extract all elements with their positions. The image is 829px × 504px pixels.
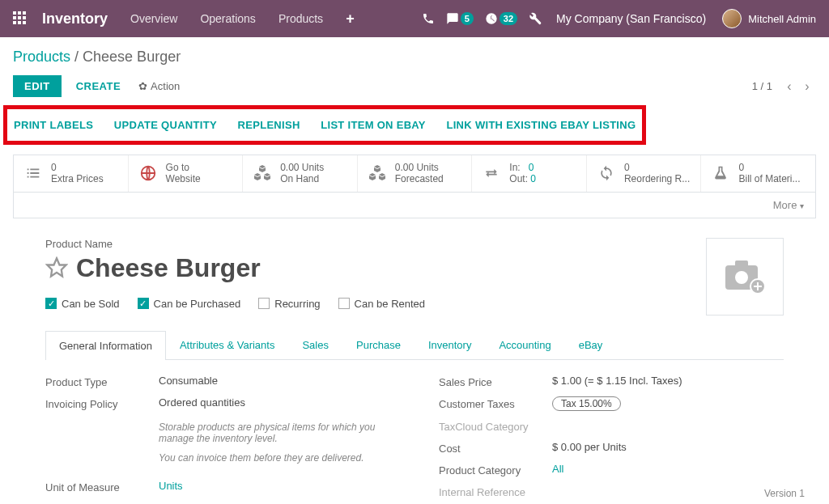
tab-purchase[interactable]: Purchase — [342, 330, 414, 359]
refresh-icon — [595, 162, 618, 184]
stat-inout[interactable]: In: 0 Out: 0 — [472, 155, 587, 192]
user-menu[interactable]: Mitchell Admin — [722, 9, 816, 28]
phone-icon[interactable] — [422, 12, 435, 25]
uom-value[interactable]: Units — [159, 480, 183, 492]
can-be-rented-checkbox[interactable]: Can be Rented — [338, 298, 425, 310]
svg-marker-1 — [47, 259, 66, 277]
tab-general[interactable]: General Information — [45, 331, 166, 360]
form-sheet: Product Name Cheese Burger Can be Sold C… — [13, 218, 816, 504]
sales-price-label: Sales Price — [439, 375, 552, 388]
sales-price-value: $ 1.00 (= $ 1.15 Incl. Taxes) — [552, 375, 784, 387]
action-dropdown[interactable]: ✿ Action — [138, 80, 180, 92]
print-labels-button[interactable]: PRINT LABELS — [14, 114, 93, 136]
statusbar-highlight: PRINT LABELS UPDATE QUANTITY REPLENISH L… — [3, 105, 646, 145]
recurring-checkbox[interactable]: Recurring — [258, 298, 320, 310]
category-value[interactable]: All — [552, 463, 563, 475]
help-text-2: You can invoice them before they are del… — [159, 452, 390, 464]
app-title[interactable]: Inventory — [42, 11, 108, 28]
tab-inventory[interactable]: Inventory — [414, 330, 485, 359]
cubes-icon — [366, 162, 389, 184]
customer-taxes-label: Customer Taxes — [439, 396, 552, 410]
activity-icon[interactable]: 32 — [485, 12, 517, 25]
favorite-star-icon[interactable] — [45, 256, 68, 279]
taxcloud-label: TaxCloud Category — [439, 419, 552, 433]
stat-forecast[interactable]: 0.00 UnitsForecasted — [358, 155, 473, 192]
help-text-1: Storable products are physical items for… — [159, 421, 390, 444]
customer-tax-tag[interactable]: Tax 15.00% — [552, 396, 621, 411]
uom-label: Unit of Measure — [45, 480, 159, 493]
stat-extra-prices[interactable]: 0Extra Prices — [14, 155, 129, 192]
cost-value: $ 0.00 per Units — [552, 441, 784, 453]
stat-buttons: 0Extra Prices Go toWebsite 0.00 UnitsOn … — [13, 155, 816, 193]
messages-badge: 5 — [461, 12, 474, 25]
tab-accounting[interactable]: Accounting — [485, 330, 564, 359]
link-ebay-button[interactable]: LINK WITH EXISTING EBAY LISTING — [446, 114, 636, 136]
apps-icon[interactable] — [13, 11, 28, 26]
control-panel: Products / Cheese Burger EDIT CREATE ✿ A… — [0, 37, 829, 105]
form-viewport[interactable]: PRINT LABELS UPDATE QUANTITY REPLENISH L… — [0, 105, 829, 504]
cubes-icon — [251, 162, 274, 184]
svg-rect-3 — [735, 260, 748, 267]
can-be-purchased-checkbox[interactable]: Can be Purchased — [138, 298, 241, 310]
flask-icon — [709, 162, 732, 184]
chevron-down-icon: ▾ — [800, 201, 804, 210]
product-name-label: Product Name — [45, 238, 690, 250]
tab-ebay[interactable]: eBay — [565, 330, 617, 359]
gear-icon: ✿ — [138, 80, 147, 92]
list-icon — [22, 162, 45, 184]
update-quantity-button[interactable]: UPDATE QUANTITY — [114, 114, 217, 136]
category-label: Product Category — [439, 463, 552, 476]
pager: 1 / 1 ‹ › — [752, 78, 816, 95]
create-button[interactable]: CREATE — [76, 80, 121, 92]
stat-onhand[interactable]: 0.00 UnitsOn Hand — [243, 155, 358, 192]
edit-button[interactable]: EDIT — [13, 75, 62, 97]
version-label: Version 1 — [764, 488, 805, 499]
globe-icon — [137, 162, 159, 184]
product-type-value: Consumable — [159, 375, 390, 387]
svg-point-4 — [735, 271, 748, 284]
product-type-label: Product Type — [45, 375, 159, 388]
invoicing-policy-label: Invoicing Policy — [45, 396, 159, 410]
messages-icon[interactable]: 5 — [446, 12, 474, 25]
pager-text[interactable]: 1 / 1 — [752, 80, 772, 92]
tab-variants[interactable]: Attributes & Variants — [166, 330, 289, 359]
tabs: General Information Attributes & Variant… — [45, 330, 784, 360]
list-ebay-button[interactable]: LIST ITEM ON EBAY — [321, 114, 426, 136]
debug-icon[interactable] — [529, 12, 542, 25]
invoicing-policy-value: Ordered quantities — [159, 396, 390, 409]
tab-sales[interactable]: Sales — [288, 330, 342, 359]
stat-reorder[interactable]: 0Reordering R... — [587, 155, 702, 192]
exchange-icon — [480, 162, 503, 184]
avatar — [722, 9, 742, 28]
navbar: Inventory Overview Operations Products +… — [0, 0, 829, 37]
nav-overview[interactable]: Overview — [130, 12, 177, 25]
activity-badge: 32 — [500, 12, 517, 25]
stat-website[interactable]: Go toWebsite — [129, 155, 244, 192]
product-image[interactable] — [706, 238, 784, 316]
stat-more[interactable]: More ▾ — [13, 193, 816, 218]
nav-plus-icon[interactable]: + — [346, 11, 355, 28]
breadcrumb-parent[interactable]: Products — [13, 49, 70, 65]
pager-next[interactable]: › — [798, 78, 816, 95]
internal-ref-label: Internal Reference — [439, 485, 552, 498]
pager-prev[interactable]: ‹ — [780, 78, 798, 95]
can-be-sold-checkbox[interactable]: Can be Sold — [45, 298, 120, 310]
breadcrumb-current: Cheese Burger — [83, 49, 181, 65]
breadcrumb: Products / Cheese Burger — [13, 49, 816, 66]
cost-label: Cost — [439, 441, 552, 455]
stat-bom[interactable]: 0Bill of Materi... — [701, 155, 815, 192]
user-name: Mitchell Admin — [748, 13, 816, 25]
nav-operations[interactable]: Operations — [200, 12, 255, 25]
product-title: Cheese Burger — [76, 253, 261, 283]
nav-products[interactable]: Products — [278, 12, 323, 25]
replenish-button[interactable]: REPLENISH — [238, 114, 300, 136]
company-name[interactable]: My Company (San Francisco) — [556, 12, 706, 25]
